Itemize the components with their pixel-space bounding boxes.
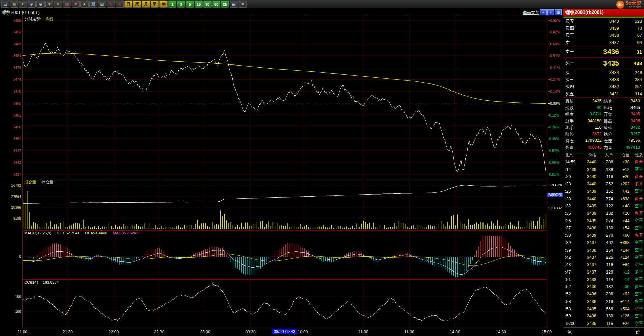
scroll-left-button[interactable]: «	[540, 9, 547, 15]
period-quarter-button[interactable]: 季	[151, 1, 159, 8]
time-axis-label: 11:30	[404, 330, 414, 334]
layout-button[interactable]: ▦	[555, 9, 562, 15]
tick-col-nature: 性质	[630, 152, 643, 158]
minute-15-button[interactable]: 15	[195, 1, 203, 8]
oi-axis-bottom: 1711832	[548, 206, 562, 210]
ask1-row[interactable]: 卖一343631	[563, 46, 644, 57]
axis-label: +0.00%	[548, 101, 560, 105]
tick-row: :383439270+60多开	[564, 232, 643, 239]
price-pane: 分时走势 均线 34983493348934843479347434703465…	[0, 16, 563, 179]
print-icon[interactable]: ▥	[10, 1, 18, 8]
tab-open-interest[interactable]: 持仓量	[41, 179, 53, 185]
axis-label: 3474	[0, 77, 21, 81]
fav-icon[interactable]: ★	[80, 1, 89, 8]
volume-pane: 成交量 持仓量 1793620 2480626 1711832 36792275…	[0, 179, 563, 230]
axis-label: 3498	[0, 18, 21, 22]
tab-price[interactable]: 价	[636, 329, 640, 335]
stat-cell: 结算3463	[604, 99, 642, 104]
period-week-button[interactable]: 周	[133, 1, 141, 8]
bid-row[interactable]: 买四3432251	[563, 83, 644, 90]
bid1-row[interactable]: 买一3435438	[563, 57, 644, 69]
brush-icon[interactable]: ▧	[63, 1, 71, 8]
filter-icon[interactable]: ▼	[45, 1, 53, 8]
tick-list: 14:593440208+38多开:143439136+12空平:2034401…	[563, 158, 644, 327]
tick-col-time: 北京	[564, 152, 580, 158]
axis-label: -0.81%	[548, 172, 559, 176]
time-axis-label: 09:30	[246, 330, 256, 334]
ask-row[interactable]: 卖二343794	[563, 39, 644, 46]
axis-label: +0.54%	[548, 54, 560, 58]
overlay-icon[interactable]: ⊞	[230, 1, 238, 8]
bid-row[interactable]: 买五3431314	[563, 90, 644, 97]
ask-row[interactable]: 卖五3440523	[563, 18, 644, 25]
stats-grid: 最新3435结算3463涨跌-30昨结3465幅度-0.87%开盘3485总手9…	[563, 97, 644, 152]
cci-pane: CCI(14) -163.6364 100 -100	[0, 280, 563, 328]
tick-table-header: 北京 价格 大单 仓差 性质	[563, 152, 644, 158]
axis-label: 27594	[0, 195, 21, 199]
minute-60-button[interactable]: 60	[212, 1, 220, 8]
axis-label: 3451	[0, 137, 21, 141]
list-icon[interactable]: ≡	[239, 1, 247, 8]
stat-cell: 涨跌-30	[565, 105, 604, 111]
tick-row: :583436216+114多平	[564, 298, 643, 305]
oi-current-value-badge: 2480626	[547, 193, 563, 197]
stat-cell: 开盘3485	[604, 112, 642, 118]
grid-icon[interactable]: ▦	[98, 1, 106, 8]
period-day-button[interactable]: 日	[124, 1, 132, 8]
ask-row[interactable]: 卖四343970	[563, 25, 644, 32]
macd-pane: MACD(12,26,9) DIFF:-2.7541 DEA:-1.4400 M…	[0, 230, 563, 280]
time-axis-label: 11:00	[358, 330, 368, 334]
axis-label: 9198	[0, 216, 21, 221]
undo-icon[interactable]: ↶	[19, 1, 27, 8]
period-year-button[interactable]: 年	[159, 1, 168, 8]
macd-zero-label: 0	[0, 254, 21, 258]
draw-icon[interactable]: ✎	[54, 1, 62, 8]
tab-ticks[interactable]: 笔	[567, 329, 572, 335]
axis-label: 3437	[0, 172, 21, 176]
ask-row[interactable]: 卖三343867	[563, 32, 644, 39]
chart-symbol-title: 螺纹2001 (010601)	[2, 9, 40, 16]
tick-row: :373438130+54空平	[564, 225, 643, 232]
minute-30-button[interactable]: 30	[203, 1, 212, 8]
save-icon[interactable]: ▤	[1, 1, 9, 8]
tab-time-trend[interactable]: 分时走势	[24, 16, 41, 22]
time-axis-label: 22:30	[154, 330, 164, 334]
period-month-button[interactable]: 月	[142, 1, 150, 8]
bid-row[interactable]: 买三3433284	[563, 76, 644, 83]
tick-col-lot: 大单	[596, 152, 613, 158]
5etz-logo: 5e 5e天资 5etz.com	[616, 0, 641, 9]
tick-row: :393437462+368空平	[564, 239, 643, 247]
axis-label: 18396	[0, 205, 21, 209]
tab-volume[interactable]: 成交量	[24, 179, 36, 185]
new-icon[interactable]: 新	[89, 1, 97, 8]
trend-line-icon[interactable]: ∿	[107, 1, 115, 8]
logo-name: 5e天资	[625, 0, 641, 5]
tick-row: :433437116+84空平	[564, 261, 643, 268]
minute-5-button[interactable]: 5	[186, 1, 194, 8]
axis-label: -0.52%	[548, 149, 559, 153]
toolbar: ▤▥↶⊕⊖▼✎▧⚑★新▦∿K日周月季年1351530602h⊞≡	[0, 0, 644, 9]
flag-icon[interactable]: ⚑	[72, 1, 80, 8]
hour-2-button[interactable]: 2h	[221, 1, 229, 8]
macd-chart	[0, 230, 563, 280]
zoom-out-icon[interactable]: ⊖	[36, 1, 45, 8]
price-chart	[0, 16, 563, 179]
macd-indicator-name[interactable]: MACD(12,26,9)	[24, 231, 51, 235]
scroll-right-button[interactable]: »	[547, 9, 554, 15]
zoom-in-icon[interactable]: ⊕	[28, 1, 36, 8]
stat-cell: 内盘497413	[604, 145, 642, 151]
axis-label: +0.95%	[548, 18, 560, 22]
axis-label: 3447	[0, 149, 21, 153]
minute-3-button[interactable]: 3	[177, 1, 185, 8]
tick-row: 14:593440208+38多开	[564, 158, 643, 166]
cci-axis-100: 100	[0, 294, 21, 299]
kline-icon[interactable]: K	[116, 1, 124, 8]
tab-ma[interactable]: 均线	[45, 16, 53, 22]
overlay-link[interactable]: 商品叠加	[523, 10, 539, 16]
trading-terminal-window: ▤▥↶⊕⊖▼✎▧⚑★新▦∿K日周月季年1351530602h⊞≡ 螺纹2001 …	[0, 0, 644, 336]
axis-label: 3456	[0, 125, 21, 129]
cci-indicator-name[interactable]: CCI(14)	[24, 280, 38, 284]
bid-row[interactable]: 买二3434248	[563, 69, 644, 76]
time-axis-label: 21:30	[63, 330, 73, 334]
minute-1-button[interactable]: 1	[168, 1, 176, 8]
